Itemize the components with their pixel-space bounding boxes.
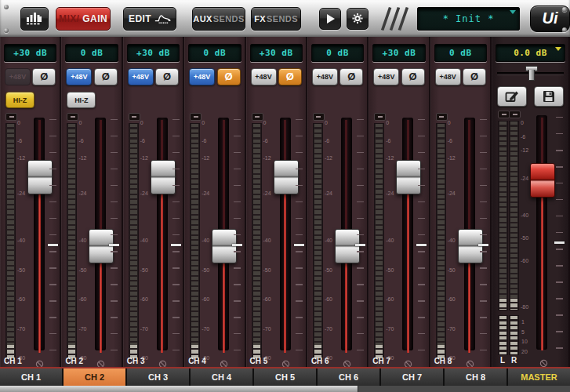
fx-sends-button[interactable]: FXSENDS [251, 7, 301, 31]
peak-indicator [374, 113, 386, 121]
phase-button[interactable]: Ø [94, 68, 118, 85]
meter-scale-label: -70 [263, 326, 279, 332]
hiz-button[interactable]: HI-Z [67, 92, 96, 108]
peak-indicator [498, 111, 510, 118]
channel-strip-8: 0 dB+48VØ0-6-12-24-40-50-60-70-80CH 8 [430, 37, 492, 367]
mixer-panel: +30 dB+48VØHI-Z0-6-12-24-40-50-60-70-80C… [0, 37, 570, 367]
phantom-power-button[interactable]: +48V [128, 68, 154, 85]
aux-sends-button[interactable]: AUXSENDS [192, 7, 245, 31]
meter-scale-label: -70 [325, 326, 340, 332]
meter-scale-label: -50 [448, 267, 463, 273]
peak-indicator [129, 113, 140, 121]
phantom-power-button[interactable]: +48V [66, 68, 92, 85]
meter-scale-label: -60 [78, 296, 94, 302]
settings-button[interactable] [347, 8, 369, 30]
meters-view-button[interactable] [20, 7, 49, 31]
channel-strip-4: 0 dB+48VØ0-6-12-24-40-50-60-70-80CH 4 [184, 37, 245, 367]
tab-ch-4[interactable]: CH 4 [189, 368, 252, 386]
meter-scale-label: 0 [201, 120, 217, 125]
unity-mark [171, 244, 181, 246]
meter-scale-label: -6 [263, 138, 279, 143]
phantom-power-button[interactable]: +48V [189, 68, 215, 85]
phase-button[interactable]: Ø [32, 68, 56, 85]
screw-icon [4, 28, 9, 33]
meter-scale-label: -40 [263, 238, 279, 243]
fader-tick-marks [172, 119, 180, 354]
master-fader-handle[interactable] [530, 163, 555, 198]
channel-strips: +30 dB+48VØHI-Z0-6-12-24-40-50-60-70-80C… [0, 37, 492, 367]
fader-area: 0-6-12-24-40-50-60-70-80 [308, 113, 367, 357]
tab-ch-5[interactable]: CH 5 [252, 368, 316, 386]
level-meter [436, 123, 446, 360]
meter-scale-label: -50 [201, 267, 217, 273]
meter-icon [26, 12, 43, 25]
meter-scale-label: -50 [263, 267, 279, 273]
meter-scale-label: -12 [78, 155, 94, 161]
h-scrollbar-thumb[interactable] [0, 386, 358, 392]
channel-name-label: CH 8 [434, 357, 452, 365]
peak-indicator [67, 113, 78, 121]
master-strip: 0.0 dB [492, 37, 570, 367]
meter-scale-label: -50 [386, 267, 401, 273]
edit-settings-button[interactable] [497, 86, 527, 107]
meter-scale-label: -50 [140, 267, 156, 273]
mix-gain-button[interactable]: MIX/GAIN [56, 7, 111, 31]
unity-mark [232, 244, 242, 246]
balance-handle[interactable] [525, 66, 536, 80]
tab-ch-3[interactable]: CH 3 [125, 368, 189, 386]
fader-tick-marks [418, 119, 425, 354]
edit-label: EDIT [129, 13, 151, 24]
unity-mark [294, 244, 304, 246]
channel-name-label: CH 3 [127, 357, 145, 365]
level-meter [67, 123, 77, 360]
phantom-power-button[interactable]: +48V [435, 68, 461, 85]
edit-button[interactable]: EDIT [123, 7, 176, 31]
phase-button[interactable]: Ø [339, 68, 363, 85]
save-button[interactable] [534, 86, 564, 107]
peak-indicator [436, 113, 448, 121]
meter-scale-label: -80 [521, 304, 536, 310]
meter-scale-label: -60 [325, 296, 340, 302]
phase-button[interactable]: Ø [278, 68, 302, 85]
fader-area: 0-6-12-24-40-50-60-70-80 [124, 113, 183, 357]
channel-name-label: CH 7 [372, 357, 390, 365]
meter-scale-label: -50 [17, 267, 33, 273]
phantom-power-button[interactable]: +48V [5, 68, 31, 85]
master-level-value: 0.0 dB [514, 48, 547, 58]
level-meter [374, 123, 384, 360]
balance-slider[interactable] [496, 66, 565, 80]
channel-name-label: CH 6 [311, 357, 329, 365]
meter-scale-label: -6 [17, 138, 33, 143]
tab-ch-2[interactable]: CH 2 [62, 368, 125, 386]
phase-button[interactable]: Ø [463, 68, 486, 85]
phantom-power-button[interactable]: +48V [251, 68, 277, 85]
peak-indicator [509, 111, 521, 118]
phantom-power-button[interactable]: +48V [373, 68, 399, 85]
play-button[interactable] [319, 8, 341, 30]
unity-mark [109, 244, 119, 246]
meter-scale-label: -6 [140, 138, 156, 143]
h-scrollbar[interactable] [0, 386, 570, 392]
hiz-button[interactable]: HI-Z [5, 92, 34, 108]
unity-mark [355, 244, 365, 246]
phase-button[interactable]: Ø [401, 68, 425, 85]
tab-ch-6[interactable]: CH 6 [316, 368, 379, 386]
preset-display[interactable]: * Init * [417, 7, 520, 31]
meter-scale-label: -50 [521, 235, 536, 241]
tab-ch-7[interactable]: CH 7 [379, 368, 443, 386]
meter-scale-label: -50 [78, 267, 94, 273]
tab-master[interactable]: MASTER [506, 368, 570, 386]
meter-scale-label: 0 [521, 120, 536, 125]
phantom-power-button[interactable]: +48V [312, 68, 338, 85]
phase-button[interactable]: Ø [217, 68, 241, 85]
meter-scale-label: 0 [325, 120, 340, 125]
meter-scale-label: -12 [448, 155, 463, 161]
tab-ch-1[interactable]: CH 1 [0, 368, 62, 386]
screw-icon [562, 7, 567, 12]
soundcraft-slashes-logo [379, 5, 409, 33]
fader-area: 0-6-12-24-40-50-60-70-80 [62, 113, 121, 357]
gr-scale-label: 5 [521, 329, 525, 335]
channel-name-label: CH 4 [188, 357, 206, 365]
phase-button[interactable]: Ø [155, 68, 179, 85]
tab-ch-8[interactable]: CH 8 [443, 368, 506, 386]
